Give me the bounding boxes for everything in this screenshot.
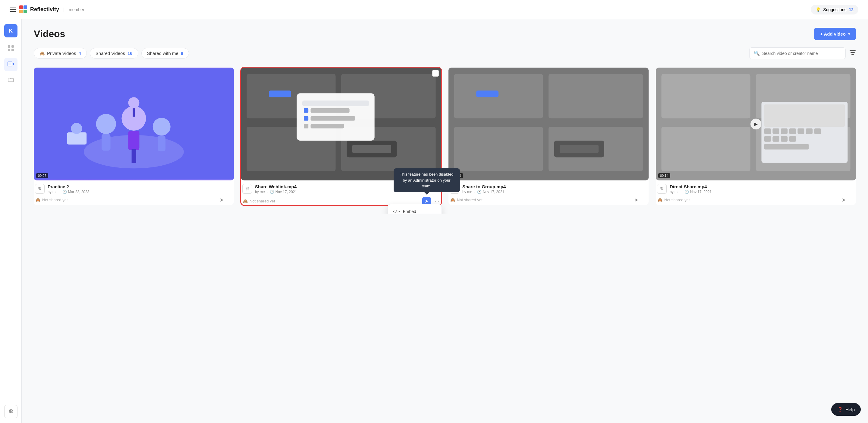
svg-rect-1 bbox=[24, 5, 27, 9]
tab-shared-videos[interactable]: Shared Videos 16 bbox=[90, 48, 138, 59]
svg-rect-55 bbox=[764, 129, 771, 134]
search-filter-area: 🔍 bbox=[749, 47, 856, 59]
dropdown-menu-2: </> Embed 🔗 Weblink bbox=[388, 204, 442, 214]
search-input[interactable] bbox=[762, 51, 841, 56]
tab-private-count: 4 bbox=[79, 51, 81, 56]
sidebar: K 𝕹 bbox=[0, 19, 22, 214]
dropdown-item-embed[interactable]: </> Embed bbox=[388, 206, 441, 214]
svg-rect-57 bbox=[781, 129, 787, 134]
tab-shared-count: 16 bbox=[127, 51, 133, 56]
svg-rect-15 bbox=[128, 131, 140, 150]
tab-private-videos[interactable]: 🙈 Private Videos 4 bbox=[34, 48, 87, 59]
video-info-1: 𝕹 Practice 2 by me · 🕐 Mar 22, 2023 🙈 No… bbox=[34, 180, 234, 203]
svg-rect-63 bbox=[772, 136, 779, 141]
tab-shared-with-me[interactable]: Shared with me 8 bbox=[141, 48, 189, 59]
eye-off-icon: 🙈 bbox=[39, 51, 44, 56]
share-status-4: 🙈 Not shared yet bbox=[658, 198, 690, 202]
avatar[interactable]: K bbox=[4, 24, 18, 37]
svg-rect-49 bbox=[661, 74, 750, 119]
tooltip-wrapper-2: This feature has been disabled by an Adm… bbox=[394, 168, 460, 195]
more-menu-3[interactable]: ⋯ bbox=[642, 197, 647, 203]
svg-rect-31 bbox=[304, 108, 308, 113]
svg-rect-5 bbox=[11, 45, 14, 48]
video-duration-4: 00:14 bbox=[658, 173, 670, 178]
svg-rect-3 bbox=[24, 10, 27, 13]
video-thumb-1[interactable]: 00:07 bbox=[34, 67, 234, 180]
svg-rect-18 bbox=[132, 149, 136, 163]
share-button-3[interactable]: ➤ bbox=[634, 197, 638, 203]
page-header: Videos + Add video ▾ bbox=[34, 28, 856, 40]
svg-rect-54 bbox=[764, 104, 845, 127]
svg-rect-6 bbox=[8, 49, 10, 51]
hamburger-menu[interactable] bbox=[10, 7, 16, 12]
add-video-button[interactable]: + Add video ▾ bbox=[814, 28, 856, 40]
svg-point-22 bbox=[71, 123, 82, 134]
share-button-1[interactable]: ➤ bbox=[220, 197, 224, 203]
video-grid: 00:07 𝕹 Practice 2 by me · 🕐 Mar 22, 202… bbox=[34, 67, 856, 205]
svg-rect-2 bbox=[19, 10, 23, 13]
video-info-2: 𝕹 Share Weblink.mp4 by me · 🕐 Nov 17, 20… bbox=[241, 180, 441, 205]
share-status-1: 🙈 Not shared yet bbox=[36, 198, 68, 202]
sidebar-item-videos[interactable] bbox=[4, 58, 18, 71]
app-name: Reflectivity bbox=[30, 6, 59, 13]
tabs-group: 🙈 Private Videos 4 Shared Videos 16 Shar… bbox=[34, 48, 189, 59]
suggestions-label: Suggestions bbox=[823, 7, 846, 12]
videos-icon bbox=[7, 61, 14, 69]
svg-rect-17 bbox=[158, 136, 165, 151]
svg-rect-43 bbox=[454, 127, 543, 171]
page-title: Videos bbox=[34, 28, 65, 39]
sidebar-item-dashboard[interactable] bbox=[4, 42, 18, 56]
video-sub-1: by me · 🕐 Mar 22, 2023 bbox=[48, 190, 233, 194]
video-actions-2: 🙈 Not shared yet ➤ This feature has been… bbox=[242, 197, 440, 205]
svg-rect-61 bbox=[814, 129, 821, 134]
play-button-4[interactable]: ▶ bbox=[750, 119, 761, 130]
video-card-practice2: 00:07 𝕹 Practice 2 by me · 🕐 Mar 22, 202… bbox=[34, 67, 234, 205]
svg-point-12 bbox=[96, 114, 116, 134]
tab-shared-with-me-count: 8 bbox=[181, 51, 183, 56]
svg-rect-38 bbox=[352, 145, 391, 153]
svg-rect-62 bbox=[764, 136, 771, 141]
video-sub-3: by me · 🕐 Nov 17, 2021 bbox=[462, 190, 647, 194]
user-role: member bbox=[69, 7, 84, 12]
share-status-2: 🙈 Not shared yet bbox=[243, 199, 275, 203]
video-thumb-3[interactable]: 00:10 bbox=[448, 67, 649, 180]
svg-rect-41 bbox=[454, 74, 543, 119]
svg-rect-32 bbox=[311, 108, 350, 113]
suggestions-button[interactable]: 💡 Suggestions 12 bbox=[811, 5, 858, 15]
svg-rect-30 bbox=[302, 101, 369, 106]
svg-rect-39 bbox=[434, 72, 437, 75]
video-card-directshare: 00:14 ▶ 𝕹 Direct Share.mp4 by me · 🕐 Nov… bbox=[656, 67, 856, 205]
embed-label: Embed bbox=[403, 209, 416, 214]
svg-marker-9 bbox=[12, 63, 14, 65]
svg-point-19 bbox=[128, 97, 140, 108]
tab-private-label: Private Videos bbox=[47, 51, 76, 56]
svg-rect-59 bbox=[798, 129, 804, 134]
share-status-text-2: Not shared yet bbox=[250, 199, 275, 203]
video-thumb-2[interactable] bbox=[241, 67, 441, 180]
svg-rect-64 bbox=[781, 136, 787, 141]
lightbulb-icon: 💡 bbox=[815, 7, 821, 12]
embed-icon: </> bbox=[393, 209, 400, 214]
svg-point-16 bbox=[153, 118, 170, 136]
logo-divider: | bbox=[63, 7, 64, 12]
video-duration-1: 00:07 bbox=[36, 173, 48, 178]
svg-rect-0 bbox=[19, 5, 23, 9]
svg-rect-28 bbox=[269, 90, 291, 97]
dropdown-wrapper-2: ⋯ </> Embed 🔗 Weblink bbox=[435, 198, 439, 204]
main-content: Videos + Add video ▾ 🙈 Private Videos 4 … bbox=[22, 19, 868, 214]
video-actions-3: 🙈 Not shared yet ➤ ⋯ bbox=[450, 197, 647, 203]
logo-area: Reflectivity | member bbox=[19, 5, 84, 14]
filter-button[interactable] bbox=[849, 49, 856, 57]
creator-icon-4: 𝕹 bbox=[657, 184, 667, 194]
more-menu-1[interactable]: ⋯ bbox=[227, 197, 232, 203]
folder-icon bbox=[7, 76, 14, 84]
svg-rect-21 bbox=[67, 132, 87, 144]
svg-rect-56 bbox=[772, 129, 779, 134]
video-thumb-4[interactable]: 00:14 ▶ bbox=[656, 67, 856, 180]
more-menu-4[interactable]: ⋯ bbox=[849, 197, 854, 203]
share-button-4[interactable]: ➤ bbox=[842, 197, 846, 203]
share-status-text-4: Not shared yet bbox=[664, 198, 690, 202]
video-checkbox-2[interactable] bbox=[432, 70, 439, 77]
more-menu-2[interactable]: ⋯ bbox=[435, 198, 439, 204]
sidebar-item-files[interactable] bbox=[4, 74, 18, 87]
